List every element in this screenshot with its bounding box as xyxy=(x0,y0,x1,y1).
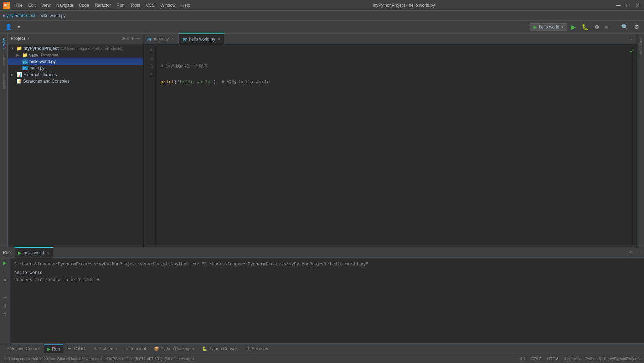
ext-libs-arrow: ▶ xyxy=(11,73,15,77)
run-wrap-btn[interactable]: ⇌ xyxy=(2,294,8,301)
bookmarks-tab-icon[interactable]: Bookmarks xyxy=(1,72,6,90)
run-tab-close[interactable]: ✕ xyxy=(46,251,49,255)
run-button[interactable]: ▶ xyxy=(569,22,578,32)
user-dropdown-btn[interactable]: ▾ xyxy=(16,23,22,31)
menu-code[interactable]: Code xyxy=(76,2,92,9)
editor-area: py main.py ✕ py hello world.py ✕ ⋯ 1 xyxy=(143,33,637,247)
content-area: Project Structure Bookmarks Project ▾ ⊕ … xyxy=(0,33,644,343)
run-settings-btn[interactable]: ⚙ xyxy=(629,250,633,255)
hello-world-label: hello world.py xyxy=(30,59,56,64)
code-content[interactable]: # 这是我的第一个程序 print('hello world') # 输出 he… xyxy=(156,44,632,247)
status-indent[interactable]: 4 spaces xyxy=(564,357,580,361)
run-print-btn[interactable]: 🖨 xyxy=(2,302,8,309)
status-line-endings[interactable]: CRLF xyxy=(531,357,542,361)
breadcrumb-toolbar: myPythonProject › hello world.py xyxy=(0,11,644,21)
python-packages-label: Python Packages xyxy=(161,346,194,351)
venv-arrow: ▶ xyxy=(16,53,21,57)
title-bar: PC File Edit View Navigate Code Refactor… xyxy=(0,0,644,11)
menu-edit[interactable]: Edit xyxy=(25,2,38,9)
run-minimize-btn[interactable]: — xyxy=(636,250,641,255)
tab-hello-close[interactable]: ✕ xyxy=(217,37,220,41)
no-errors-indicator: ✓ xyxy=(629,47,635,55)
bottom-tab-services[interactable]: ◎ Services xyxy=(243,345,272,353)
user-icon-btn[interactable]: 👤 xyxy=(3,22,14,32)
run-config-label: hello world xyxy=(539,25,559,30)
venv-badge: library root xyxy=(41,53,58,57)
panel-locate-btn[interactable]: ⊕ xyxy=(122,36,125,41)
status-python-version[interactable]: Python 3.10 (myPythonProject) xyxy=(586,357,640,361)
bottom-tab-run[interactable]: ▶ Run xyxy=(44,344,63,353)
tab-hello-world[interactable]: py hello world.py ✕ xyxy=(179,33,225,44)
run-content: ▶ ↑ ■ ↓ ⇌ 🖨 🗑 C:\Users\fengxue\PycharmPr… xyxy=(0,258,644,343)
coverage-button[interactable]: ⊛ xyxy=(592,22,601,32)
menu-vcs[interactable]: VCS xyxy=(143,2,158,9)
breadcrumb-file: hello world.py xyxy=(40,13,66,18)
close-button[interactable]: ✕ xyxy=(634,2,641,9)
status-encoding[interactable]: UTF-8 xyxy=(547,357,558,361)
run-panel-header: Run: ▶ hello world ✕ ⚙ — xyxy=(0,247,644,258)
menu-window[interactable]: Window xyxy=(158,2,179,9)
structure-tab-icon[interactable]: Structure xyxy=(1,53,6,69)
panel-hide-btn[interactable]: — xyxy=(136,36,140,41)
file-tree: ▼ 📁 myPythonProject C:\Users\fengxue\Pyc… xyxy=(8,43,143,247)
tree-venv[interactable]: ▶ 📁 venv library root xyxy=(8,52,143,58)
tab-main-py[interactable]: py main.py ✕ xyxy=(143,33,179,44)
run-scroll-down-btn[interactable]: ↓ xyxy=(3,285,7,292)
status-message: Indexing completed in 29 sec. Shared ind… xyxy=(4,357,194,361)
panel-collapse-btn[interactable]: ≡ xyxy=(127,36,129,41)
menu-file[interactable]: File xyxy=(13,2,25,9)
debug-button[interactable]: 🐛 xyxy=(579,22,591,32)
panel-options-btn[interactable]: ⚙ xyxy=(130,36,134,41)
code-editor[interactable]: 1 2 3 4 # 这是我的第一个程序 print('hello world')… xyxy=(143,44,637,247)
venv-folder-icon: 📁 xyxy=(22,52,28,58)
stop-button[interactable]: ■ xyxy=(603,22,610,32)
notifications-icon[interactable]: Notifications xyxy=(638,36,643,57)
run-stop-btn[interactable]: ■ xyxy=(2,276,7,284)
search-everywhere-button[interactable]: 🔍 xyxy=(619,22,630,32)
window-title: myPythonProject - hello world.py xyxy=(193,3,614,8)
bottom-tab-todo[interactable]: ☰ TODO xyxy=(64,345,89,353)
main-py-icon: py xyxy=(22,66,28,70)
tabs-bar: py main.py ✕ py hello world.py ✕ ⋯ xyxy=(143,33,637,44)
minimize-button[interactable]: ─ xyxy=(615,2,622,9)
main-toolbar: 👤 ▾ ▶ hello world ▾ ▶ 🐛 ⊛ ■ 🔍 ⚙ xyxy=(0,21,644,33)
run-tab-label2: Run xyxy=(52,347,60,352)
menu-view[interactable]: View xyxy=(38,2,53,9)
tree-root[interactable]: ▼ 📁 myPythonProject C:\Users\fengxue\Pyc… xyxy=(8,45,143,52)
code-line-2: # 这是我的第一个程序 xyxy=(160,63,628,71)
run-exit-code: Process finished with exit code 0 xyxy=(14,276,640,284)
left-activity-bar: Project Structure Bookmarks xyxy=(0,33,8,247)
breadcrumb-separator: › xyxy=(37,13,38,18)
tabs-more-btn[interactable]: ⋯ xyxy=(626,35,637,44)
tree-external-libs[interactable]: ▶ 📊 External Libraries xyxy=(8,71,143,78)
panel-dropdown[interactable]: ▾ xyxy=(27,36,29,40)
menu-refactor[interactable]: Refactor xyxy=(92,2,114,9)
bottom-tab-terminal[interactable]: ▭ Terminal xyxy=(121,345,149,353)
run-scroll-up-btn[interactable]: ↑ xyxy=(3,268,7,275)
status-position[interactable]: 4:1 xyxy=(520,357,526,361)
bottom-tab-version-control[interactable]: ⑂ Version Control xyxy=(3,345,43,353)
project-link[interactable]: myPythonProject xyxy=(3,13,35,18)
run-clear-btn[interactable]: 🗑 xyxy=(2,311,8,318)
venv-label: venv xyxy=(29,53,38,58)
run-restart-btn[interactable]: ▶ xyxy=(2,259,7,266)
bottom-tab-problems[interactable]: ⚠ Problems xyxy=(90,345,120,353)
run-tab[interactable]: ▶ hello world ✕ xyxy=(15,247,52,258)
tree-scratches[interactable]: 📝 Scratches and Consoles xyxy=(8,78,143,84)
project-tab-icon[interactable]: Project xyxy=(1,36,6,50)
tab-main-py-close[interactable]: ✕ xyxy=(171,37,174,41)
menu-run[interactable]: Run xyxy=(114,2,127,9)
menu-navigate[interactable]: Navigate xyxy=(53,2,76,9)
tree-main-py[interactable]: py main.py xyxy=(8,65,143,71)
menu-help[interactable]: Help xyxy=(179,2,193,9)
settings-button[interactable]: ⚙ xyxy=(632,22,641,32)
run-config-widget[interactable]: ▶ hello world ▾ xyxy=(530,23,567,31)
tree-hello-world[interactable]: py hello world.py xyxy=(8,58,143,65)
scratches-icon: 📝 xyxy=(16,79,22,84)
root-arrow: ▼ xyxy=(11,46,15,50)
terminal-label: Terminal xyxy=(130,346,146,351)
maximize-button[interactable]: □ xyxy=(625,2,631,8)
menu-tools[interactable]: Tools xyxy=(127,2,143,9)
bottom-tab-python-console[interactable]: 🐍 Python Console xyxy=(198,345,242,353)
bottom-tab-python-packages[interactable]: 📦 Python Packages xyxy=(150,345,197,353)
